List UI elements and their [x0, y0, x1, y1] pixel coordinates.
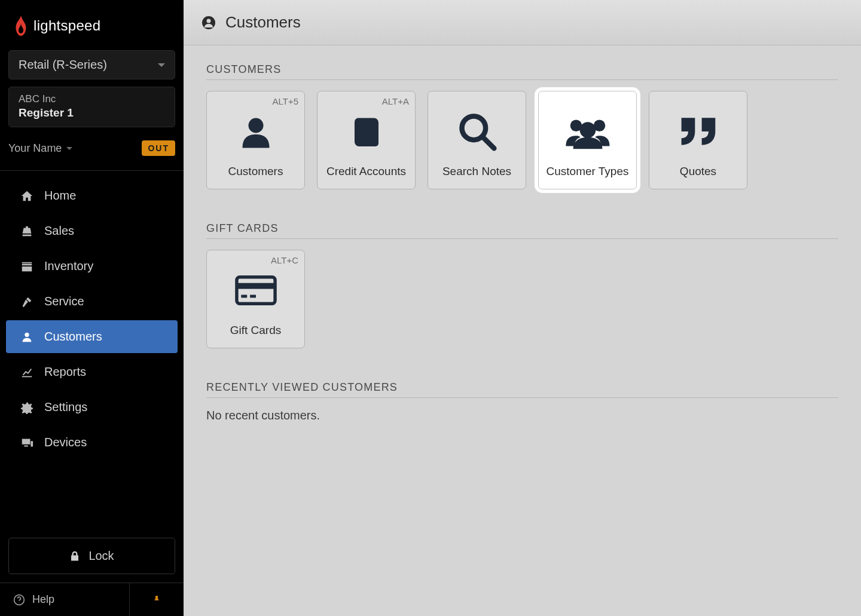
lock-icon: [69, 550, 80, 562]
tile-label: Gift Cards: [230, 324, 282, 337]
svg-rect-9: [236, 277, 274, 303]
pin-button[interactable]: [130, 583, 184, 616]
sidebar: lightspeed Retail (R-Series) ABC Inc Reg…: [0, 0, 184, 616]
nav-label: Reports: [44, 365, 86, 379]
inventory-icon: [20, 260, 33, 273]
nav-label: Service: [44, 295, 84, 308]
nav-label: Devices: [44, 436, 87, 449]
pin-icon: [152, 594, 161, 606]
chart-icon: [20, 366, 33, 379]
nav-item-reports[interactable]: Reports: [6, 355, 178, 388]
devices-icon: [20, 436, 33, 449]
group-icon: [564, 103, 611, 159]
tile-label: Quotes: [680, 165, 716, 178]
shortcut-label: ALT+5: [273, 96, 299, 106]
nav-label: Inventory: [44, 259, 93, 273]
brand-text: lightspeed: [33, 17, 100, 34]
tile-gift-cards[interactable]: ALT+C Gift Cards: [206, 250, 305, 348]
chevron-down-icon: [158, 63, 165, 67]
person-icon: [238, 103, 274, 159]
divider: [0, 170, 184, 171]
nav-item-service[interactable]: Service: [6, 285, 178, 318]
nav-item-home[interactable]: Home: [6, 179, 178, 212]
section-title-customers: CUSTOMERS: [206, 63, 838, 80]
shortcut-label: ALT+C: [271, 255, 298, 265]
svg-point-8: [579, 122, 596, 138]
svg-rect-11: [241, 295, 247, 298]
tile-credit-accounts[interactable]: ALT+A Credit Accounts: [317, 91, 416, 189]
user-menu[interactable]: Your Name: [8, 142, 72, 155]
customers-tiles: ALT+5 Customers ALT+A Credit Accounts Se…: [206, 91, 838, 189]
nav-item-customers[interactable]: Customers: [6, 320, 178, 353]
tile-search-notes[interactable]: Search Notes: [428, 91, 526, 189]
book-icon: [349, 103, 384, 159]
svg-point-4: [248, 118, 263, 133]
svg-point-0: [25, 332, 29, 336]
card-icon: [234, 262, 278, 318]
tile-label: Search Notes: [442, 165, 511, 178]
hammer-icon: [20, 295, 33, 308]
register-icon: [20, 225, 33, 238]
nav-label: Customers: [44, 330, 102, 344]
tile-label: Customer Types: [546, 165, 629, 178]
person-icon: [20, 330, 33, 344]
product-selector[interactable]: Retail (R-Series): [8, 50, 175, 79]
register-selector[interactable]: ABC Inc Register 1: [8, 87, 175, 127]
home-icon: [20, 189, 33, 203]
tile-customers[interactable]: ALT+5 Customers: [206, 91, 305, 189]
help-button[interactable]: Help: [0, 583, 130, 616]
section-title-gift-cards: GIFT CARDS: [206, 222, 838, 239]
register-name: Register 1: [19, 106, 165, 119]
tile-label: Customers: [228, 165, 283, 178]
gear-icon: [20, 401, 33, 414]
brand-logo: lightspeed: [0, 0, 184, 47]
search-icon: [457, 103, 497, 159]
sidebar-footer: Help: [0, 583, 184, 616]
person-icon: [201, 16, 216, 30]
main-nav: Home Sales Inventory Service Customers R…: [0, 177, 184, 529]
nav-item-devices[interactable]: Devices: [6, 426, 178, 459]
main-area: Customers CUSTOMERS ALT+5 Customers ALT+…: [184, 0, 861, 616]
svg-rect-12: [250, 295, 256, 298]
svg-rect-10: [236, 283, 274, 289]
help-icon: [13, 594, 25, 606]
gift-cards-tiles: ALT+C Gift Cards: [206, 250, 838, 348]
clock-status-badge[interactable]: OUT: [142, 140, 175, 156]
flame-icon: [13, 16, 29, 36]
tile-quotes[interactable]: Quotes: [649, 91, 747, 189]
nav-item-settings[interactable]: Settings: [6, 391, 178, 424]
tile-label: Credit Accounts: [326, 165, 406, 178]
section-title-recent: RECENTLY VIEWED CUSTOMERS: [206, 381, 838, 398]
page-title: Customers: [225, 13, 301, 32]
nav-item-sales[interactable]: Sales: [6, 214, 178, 247]
lock-button[interactable]: Lock: [8, 538, 175, 574]
tile-customer-types[interactable]: Customer Types: [538, 91, 637, 189]
shortcut-label: ALT+A: [382, 96, 409, 106]
content: CUSTOMERS ALT+5 Customers ALT+A Credit A…: [184, 45, 861, 440]
svg-point-3: [207, 19, 211, 23]
quote-icon: [678, 103, 719, 159]
product-selector-label: Retail (R-Series): [19, 58, 107, 72]
company-name: ABC Inc: [19, 93, 165, 105]
lock-label: Lock: [88, 549, 114, 563]
nav-item-inventory[interactable]: Inventory: [6, 250, 178, 283]
user-name: Your Name: [8, 142, 62, 155]
nav-label: Home: [44, 189, 76, 203]
nav-label: Settings: [44, 400, 87, 414]
chevron-down-icon: [66, 147, 72, 150]
topbar: Customers: [184, 0, 861, 45]
nav-label: Sales: [44, 224, 74, 238]
user-menu-row: Your Name OUT: [8, 140, 175, 156]
help-label: Help: [32, 593, 54, 606]
recent-empty-text: No recent customers.: [206, 409, 838, 422]
